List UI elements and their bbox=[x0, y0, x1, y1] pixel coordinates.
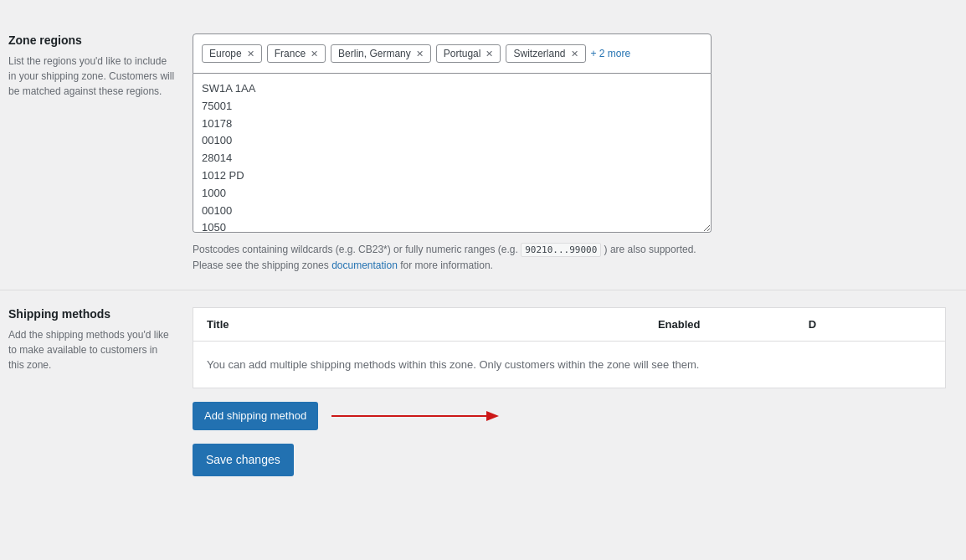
add-shipping-method-button[interactable]: Add shipping method bbox=[193, 402, 318, 430]
col-actions: D bbox=[795, 307, 946, 341]
arrow-icon bbox=[331, 406, 499, 426]
tag-switzerland[interactable]: Switzerland ✕ bbox=[506, 44, 585, 63]
content-area: Zone regions List the regions you'd like… bbox=[0, 17, 966, 501]
shipping-methods-table: Title Enabled D You can add mul bbox=[193, 307, 946, 388]
documentation-link[interactable]: documentation bbox=[331, 259, 398, 271]
col-title: Title bbox=[193, 307, 645, 341]
table-body: You can add multiple shipping methods wi… bbox=[193, 341, 946, 388]
table-header: Title Enabled D bbox=[193, 307, 946, 341]
svg-marker-1 bbox=[486, 411, 499, 421]
zone-regions-label: Zone regions List the regions you'd like… bbox=[0, 33, 193, 273]
tag-europe-label: Europe bbox=[209, 48, 242, 59]
more-regions-link[interactable]: + 2 more bbox=[591, 48, 631, 59]
tag-portugal-label: Portugal bbox=[444, 48, 481, 59]
tag-berlin-close[interactable]: ✕ bbox=[416, 49, 424, 59]
zone-regions-section: Zone regions List the regions you'd like… bbox=[0, 17, 966, 290]
zone-regions-content: Europe ✕ France ✕ Berlin, Germany ✕ Po bbox=[193, 33, 966, 273]
empty-message: You can add multiple shipping methods wi… bbox=[193, 341, 946, 388]
tag-switzerland-label: Switzerland bbox=[513, 48, 565, 59]
shipping-methods-section: Shipping methods Add the shipping method… bbox=[0, 290, 966, 502]
tag-france[interactable]: France ✕ bbox=[267, 44, 326, 63]
tag-france-label: France bbox=[275, 48, 306, 59]
add-method-row: Add shipping method bbox=[193, 402, 946, 430]
tags-postcode-wrapper: Europe ✕ France ✕ Berlin, Germany ✕ Po bbox=[193, 33, 712, 235]
methods-table-wrapper: Title Enabled D You can add mul bbox=[193, 307, 966, 486]
zone-regions-description: List the regions you'd like to include i… bbox=[8, 54, 176, 99]
hint-text-part1: Postcodes containing wildcards (e.g. CB2… bbox=[193, 244, 521, 255]
tag-europe-close[interactable]: ✕ bbox=[247, 49, 254, 59]
table-header-row: Title Enabled D bbox=[193, 307, 946, 341]
tag-portugal[interactable]: Portugal ✕ bbox=[436, 44, 501, 63]
hint-text: Postcodes containing wildcards (e.g. CB2… bbox=[193, 242, 712, 273]
postcode-textarea[interactable]: SW1A 1AA 75001 10178 00100 28014 1012 PD… bbox=[193, 74, 712, 233]
tags-container: Europe ✕ France ✕ Berlin, Germany ✕ Po bbox=[193, 33, 712, 74]
page-wrapper: Zone regions List the regions you'd like… bbox=[0, 0, 966, 560]
shipping-methods-description: Add the shipping methods you'd like to m… bbox=[8, 327, 176, 372]
hint-code: 90210...99000 bbox=[521, 243, 601, 257]
table-empty-row: You can add multiple shipping methods wi… bbox=[193, 341, 946, 388]
col-enabled: Enabled bbox=[645, 307, 795, 341]
save-changes-button[interactable]: Save changes bbox=[193, 444, 294, 477]
shipping-methods-title: Shipping methods bbox=[8, 307, 176, 321]
tag-berlin-label: Berlin, Germany bbox=[338, 48, 411, 59]
zone-regions-title: Zone regions bbox=[8, 33, 176, 47]
shipping-methods-label: Shipping methods Add the shipping method… bbox=[0, 307, 193, 486]
tag-europe[interactable]: Europe ✕ bbox=[202, 44, 262, 63]
tag-switzerland-close[interactable]: ✕ bbox=[571, 49, 578, 59]
tag-berlin[interactable]: Berlin, Germany ✕ bbox=[331, 44, 431, 63]
tag-portugal-close[interactable]: ✕ bbox=[486, 49, 493, 59]
hint-text-part3: for more information. bbox=[398, 259, 493, 271]
arrow-indicator bbox=[331, 406, 499, 426]
tag-france-close[interactable]: ✕ bbox=[311, 49, 318, 59]
save-row: Save changes bbox=[193, 430, 966, 486]
